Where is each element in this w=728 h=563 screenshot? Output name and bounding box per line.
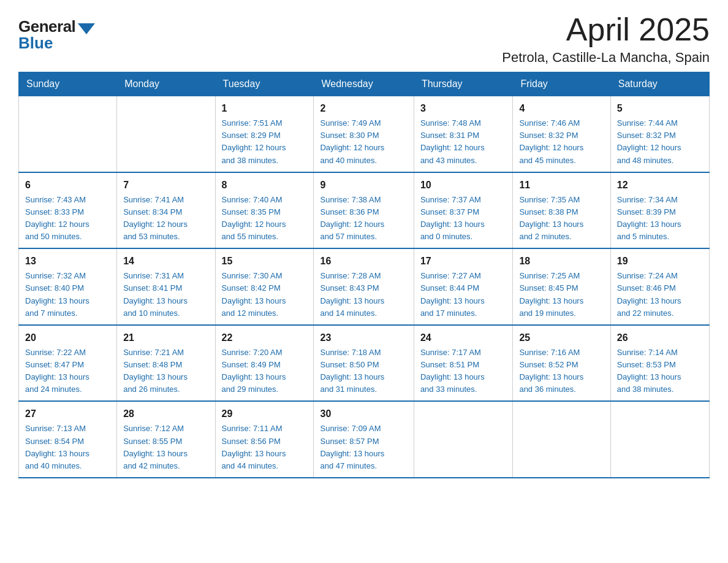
day-info: Sunrise: 7:25 AMSunset: 8:45 PMDaylight:… [519,270,604,320]
calendar-cell: 27Sunrise: 7:13 AMSunset: 8:54 PMDayligh… [19,401,117,478]
calendar-cell: 9Sunrise: 7:38 AMSunset: 8:36 PMDaylight… [314,172,414,249]
day-number: 26 [617,331,703,345]
calendar-cell: 25Sunrise: 7:16 AMSunset: 8:52 PMDayligh… [513,325,610,402]
day-number: 9 [320,178,407,193]
calendar-cell: 23Sunrise: 7:18 AMSunset: 8:50 PMDayligh… [314,325,414,402]
day-info: Sunrise: 7:17 AMSunset: 8:51 PMDaylight:… [420,347,507,396]
calendar-table: SundayMondayTuesdayWednesdayThursdayFrid… [18,72,710,478]
day-info: Sunrise: 7:28 AMSunset: 8:43 PMDaylight:… [320,270,407,320]
day-number: 11 [519,178,604,193]
calendar-cell: 13Sunrise: 7:32 AMSunset: 8:40 PMDayligh… [19,248,117,325]
day-number: 5 [617,101,703,116]
day-info: Sunrise: 7:32 AMSunset: 8:40 PMDaylight:… [25,270,110,320]
logo: General Blue [18,17,95,53]
calendar-cell: 19Sunrise: 7:24 AMSunset: 8:46 PMDayligh… [610,248,709,325]
calendar-cell [117,96,215,172]
day-info: Sunrise: 7:22 AMSunset: 8:47 PMDaylight:… [25,347,110,396]
calendar-cell: 26Sunrise: 7:14 AMSunset: 8:53 PMDayligh… [610,325,709,402]
calendar-cell [513,401,610,478]
day-header-monday: Monday [117,72,215,96]
day-number: 12 [617,178,703,193]
calendar-cell [19,96,117,172]
day-header-tuesday: Tuesday [215,72,314,96]
calendar-cell [610,401,709,478]
day-number: 14 [123,254,208,269]
day-number: 20 [25,331,110,345]
calendar-cell: 30Sunrise: 7:09 AMSunset: 8:57 PMDayligh… [314,401,414,478]
day-number: 21 [123,331,208,345]
day-number: 7 [123,178,208,193]
calendar-cell: 24Sunrise: 7:17 AMSunset: 8:51 PMDayligh… [414,325,513,402]
day-info: Sunrise: 7:46 AMSunset: 8:32 PMDaylight:… [519,117,604,167]
day-info: Sunrise: 7:44 AMSunset: 8:32 PMDaylight:… [617,117,703,167]
logo-blue-text: Blue [18,34,53,53]
page-header: General Blue April 2025 Petrola, Castill… [18,12,710,66]
day-info: Sunrise: 7:11 AMSunset: 8:56 PMDaylight:… [222,423,308,472]
day-number: 23 [320,331,407,345]
calendar-header-row: SundayMondayTuesdayWednesdayThursdayFrid… [19,72,710,96]
calendar-cell: 10Sunrise: 7:37 AMSunset: 8:37 PMDayligh… [414,172,513,249]
calendar-cell: 28Sunrise: 7:12 AMSunset: 8:55 PMDayligh… [117,401,215,478]
day-info: Sunrise: 7:49 AMSunset: 8:30 PMDaylight:… [320,117,407,167]
day-number: 24 [420,331,507,345]
day-number: 1 [222,101,308,116]
calendar-cell: 8Sunrise: 7:40 AMSunset: 8:35 PMDaylight… [215,172,314,249]
day-info: Sunrise: 7:14 AMSunset: 8:53 PMDaylight:… [617,347,703,396]
day-header-friday: Friday [513,72,610,96]
calendar-week-row: 27Sunrise: 7:13 AMSunset: 8:54 PMDayligh… [19,401,710,478]
page-subtitle: Petrola, Castille-La Mancha, Spain [502,50,710,66]
day-header-thursday: Thursday [414,72,513,96]
day-info: Sunrise: 7:21 AMSunset: 8:48 PMDaylight:… [123,347,208,396]
calendar-week-row: 20Sunrise: 7:22 AMSunset: 8:47 PMDayligh… [19,325,710,402]
day-info: Sunrise: 7:24 AMSunset: 8:46 PMDaylight:… [617,270,703,320]
calendar-cell: 18Sunrise: 7:25 AMSunset: 8:45 PMDayligh… [513,248,610,325]
title-block: April 2025 Petrola, Castille-La Mancha, … [502,12,710,66]
day-info: Sunrise: 7:40 AMSunset: 8:35 PMDaylight:… [222,194,308,243]
day-info: Sunrise: 7:27 AMSunset: 8:44 PMDaylight:… [420,270,507,320]
calendar-week-row: 1Sunrise: 7:51 AMSunset: 8:29 PMDaylight… [19,96,710,172]
calendar-cell: 20Sunrise: 7:22 AMSunset: 8:47 PMDayligh… [19,325,117,402]
day-number: 2 [320,101,407,116]
logo-arrow-icon [78,23,95,34]
day-info: Sunrise: 7:41 AMSunset: 8:34 PMDaylight:… [123,194,208,243]
day-number: 10 [420,178,507,193]
day-number: 16 [320,254,407,269]
day-number: 17 [420,254,507,269]
day-header-sunday: Sunday [19,72,117,96]
day-info: Sunrise: 7:48 AMSunset: 8:31 PMDaylight:… [420,117,507,167]
calendar-cell: 17Sunrise: 7:27 AMSunset: 8:44 PMDayligh… [414,248,513,325]
calendar-week-row: 13Sunrise: 7:32 AMSunset: 8:40 PMDayligh… [19,248,710,325]
day-info: Sunrise: 7:34 AMSunset: 8:39 PMDaylight:… [617,194,703,243]
day-number: 29 [222,407,308,421]
day-number: 15 [222,254,308,269]
day-number: 13 [25,254,110,269]
day-number: 8 [222,178,308,193]
day-number: 27 [25,407,110,421]
day-info: Sunrise: 7:31 AMSunset: 8:41 PMDaylight:… [123,270,208,320]
day-info: Sunrise: 7:12 AMSunset: 8:55 PMDaylight:… [123,423,208,472]
day-info: Sunrise: 7:13 AMSunset: 8:54 PMDaylight:… [25,423,110,472]
day-number: 18 [519,254,604,269]
calendar-cell: 21Sunrise: 7:21 AMSunset: 8:48 PMDayligh… [117,325,215,402]
calendar-cell: 29Sunrise: 7:11 AMSunset: 8:56 PMDayligh… [215,401,314,478]
page-title: April 2025 [502,12,710,47]
day-header-wednesday: Wednesday [314,72,414,96]
calendar-cell [414,401,513,478]
calendar-cell: 15Sunrise: 7:30 AMSunset: 8:42 PMDayligh… [215,248,314,325]
calendar-cell: 5Sunrise: 7:44 AMSunset: 8:32 PMDaylight… [610,96,709,172]
day-info: Sunrise: 7:51 AMSunset: 8:29 PMDaylight:… [222,117,308,167]
calendar-cell: 6Sunrise: 7:43 AMSunset: 8:33 PMDaylight… [19,172,117,249]
day-number: 3 [420,101,507,116]
day-number: 4 [519,101,604,116]
calendar-cell: 14Sunrise: 7:31 AMSunset: 8:41 PMDayligh… [117,248,215,325]
calendar-cell: 16Sunrise: 7:28 AMSunset: 8:43 PMDayligh… [314,248,414,325]
calendar-week-row: 6Sunrise: 7:43 AMSunset: 8:33 PMDaylight… [19,172,710,249]
day-info: Sunrise: 7:38 AMSunset: 8:36 PMDaylight:… [320,194,407,243]
calendar-cell: 11Sunrise: 7:35 AMSunset: 8:38 PMDayligh… [513,172,610,249]
day-info: Sunrise: 7:20 AMSunset: 8:49 PMDaylight:… [222,347,308,396]
calendar-cell: 12Sunrise: 7:34 AMSunset: 8:39 PMDayligh… [610,172,709,249]
calendar-cell: 1Sunrise: 7:51 AMSunset: 8:29 PMDaylight… [215,96,314,172]
day-number: 22 [222,331,308,345]
day-header-saturday: Saturday [610,72,709,96]
day-number: 6 [25,178,110,193]
